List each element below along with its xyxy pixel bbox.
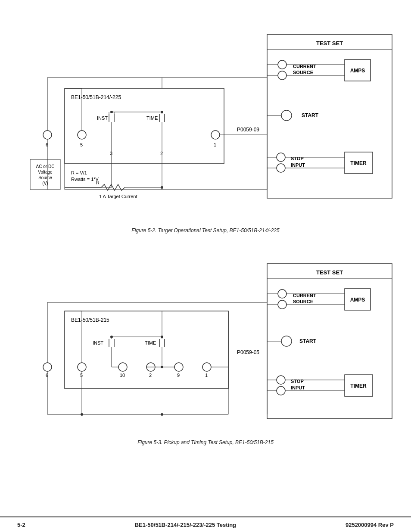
start-label-1: START (302, 112, 319, 118)
inst-label-2: INST (93, 340, 103, 345)
term6-circle-2 (43, 363, 52, 371)
figure-5-3: TEST SET CURRENT SOURCE AMPS START STOP (17, 251, 394, 445)
test-set-title-1: TEST SET (316, 40, 343, 47)
page-footer: 5-2 BE1-50/51B-214/-215/-223/-225 Testin… (0, 516, 411, 532)
term9-circle (174, 363, 183, 371)
ac-dc-label4: (V) (42, 181, 48, 186)
term5-circle-2 (78, 363, 86, 371)
term5-num-2: 5 (80, 373, 83, 378)
timer-label-1: TIMER (350, 160, 367, 166)
term2-num-2: 2 (149, 373, 152, 378)
ac-dc-label1: AC or DC (36, 164, 55, 169)
test-set-box-2 (267, 264, 392, 419)
bottom-left-dot-2 (81, 413, 83, 416)
r-symbol: R (96, 180, 100, 185)
footer-doc-num: 9252000994 Rev P (346, 522, 394, 528)
term3-num: 3 (110, 151, 112, 156)
term5-circle (78, 131, 86, 139)
amps-label-1: AMPS (350, 68, 365, 74)
code-label-2: P0059-05 (237, 349, 259, 355)
start-label-2: START (299, 338, 317, 344)
caption-5-2: Figure 5-2. Target Operational Test Setu… (17, 227, 394, 233)
current-source-circle-top-2 (278, 289, 286, 298)
stop-input-2a: STOP (291, 379, 304, 384)
term1-num: 1 (214, 142, 216, 147)
ac-dc-label2: Voltage (38, 170, 53, 174)
stop-input-label-1a: STOP (291, 156, 304, 161)
term9-num: 9 (177, 373, 180, 378)
relay-label-2: BE1-50/51B-215 (71, 317, 109, 323)
current-source-circle-bottom-2 (278, 300, 286, 309)
term10-num: 10 (120, 373, 125, 378)
stop-input-label-1b: INPUT (291, 162, 305, 168)
code-label-1: P0059-09 (237, 127, 259, 133)
stop-input-2b: INPUT (291, 385, 305, 390)
stop-circle-top-2 (277, 376, 285, 384)
stop-circle-top-1 (277, 153, 285, 162)
stop-circle-bottom-1 (277, 164, 285, 172)
diagram-5-3: TEST SET CURRENT SOURCE AMPS START STOP (17, 251, 405, 436)
footer-title: BE1-50/51B-214/-215/-223/-225 Testing (135, 522, 236, 528)
term5-num: 5 (80, 142, 83, 147)
term1-num-2: 1 (205, 373, 208, 378)
term6-circle (43, 131, 52, 139)
footer-page-num: 5-2 (17, 522, 25, 528)
term2-num: 2 (160, 151, 163, 156)
term1-circle (211, 131, 220, 139)
relay-label-1: BE1-50/51B-214/-225 (71, 94, 121, 100)
term1-circle-2 (202, 363, 211, 371)
rwatts-label: Rwatts = 1*V (71, 177, 99, 182)
amps-label-2: AMPS (350, 297, 365, 303)
start-circle-1 (281, 110, 292, 121)
term6-num: 6 (46, 142, 48, 147)
current-source-circle-bottom (278, 71, 286, 80)
current-source-circle-top (278, 60, 286, 69)
start-circle-2 (281, 336, 292, 346)
term6-num-2: 6 (46, 373, 48, 378)
current-source-label-2b: SOURCE (293, 299, 313, 304)
time-label-2: TIME (145, 340, 156, 345)
stop-circle-bot-2 (277, 386, 285, 395)
test-set-title-2: TEST SET (316, 269, 343, 276)
term10-circle (118, 363, 127, 371)
caption-5-3: Figure 5-3. Pickup and Timing Test Setup… (17, 439, 394, 445)
target-current-label: 1 A Target Current (99, 194, 137, 199)
test-set-box-1 (267, 34, 392, 198)
diagram-5-2: TEST SET CURRENT SOURCE AMPS START STOP (17, 22, 405, 224)
time-label-1: TIME (146, 115, 158, 121)
r-eq-label: R = V/1 (71, 170, 87, 175)
figure-5-2: TEST SET CURRENT SOURCE AMPS START STOP (17, 22, 394, 233)
timer-label-2: TIMER (350, 383, 367, 389)
current-source-label-2: SOURCE (293, 70, 313, 75)
inst-label-1: INST (97, 115, 108, 121)
ac-dc-label3: Source (38, 175, 52, 180)
